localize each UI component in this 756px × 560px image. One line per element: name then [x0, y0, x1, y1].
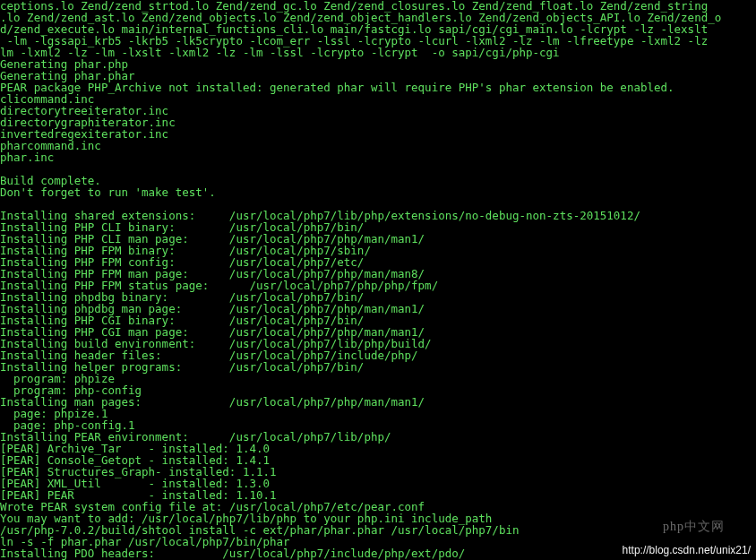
watermark-php-site: php中文网 [663, 519, 725, 535]
watermark-php-prefix: php [663, 520, 684, 533]
watermark-php-suffix: 中文网 [684, 520, 725, 533]
watermark-csdn-url: http://blog.csdn.net/unix21/ [623, 544, 751, 556]
terminal-output: ceptions.lo Zend/zend_strtod.lo Zend/zen… [0, 0, 756, 559]
